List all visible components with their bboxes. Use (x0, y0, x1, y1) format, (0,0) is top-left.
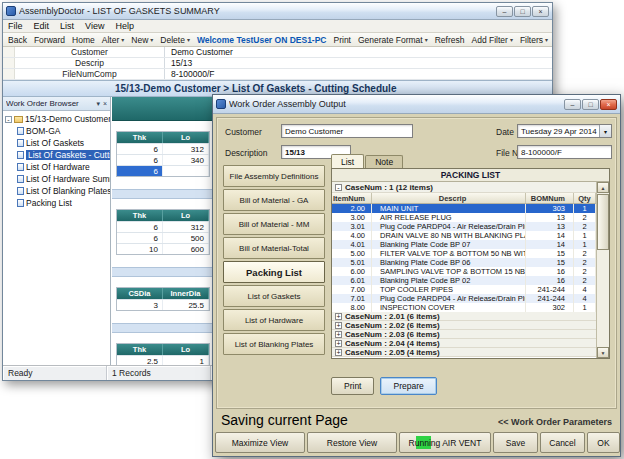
column-header-bomnum[interactable]: BOMNum (526, 193, 574, 203)
column-header-itemnum[interactable]: ItemNum (332, 193, 372, 203)
scroll-up-icon[interactable]: ▲ (597, 182, 609, 193)
grid-row[interactable]: 6500 (117, 232, 209, 243)
table-row[interactable]: 6.01Blanking Plate Code BP 02162 (332, 276, 596, 285)
toolbar-new[interactable]: New▾ (129, 35, 155, 45)
toolbar-add-filter[interactable]: Add Filter▾ (470, 35, 515, 45)
minimize-button[interactable]: – (496, 6, 513, 17)
grid-row[interactable]: 6312 (117, 143, 209, 154)
column-header-descrip[interactable]: Descrip (372, 193, 526, 203)
toolbar-welcome-testuser-on-des1-pc[interactable]: Welcome TestUser ON DES1-PC (195, 35, 329, 45)
grid-row[interactable]: 325.5 (117, 299, 209, 310)
nav-list-of-hardware[interactable]: List of Hardware (223, 309, 325, 331)
cell-descrip: Blanking Plate Code BP 02 (372, 276, 526, 285)
close-icon[interactable]: × (103, 100, 107, 107)
table-row[interactable]: 5.00FILTER VALVE TOP & BOTTOM 50 NB WITH… (332, 249, 596, 258)
table-row[interactable]: 5.01Blanking Plate Code BP 06152 (332, 258, 596, 267)
grid-row[interactable]: 2.51 (117, 355, 209, 365)
toolbar-filters[interactable]: Filters▾ (518, 35, 550, 45)
main-titlebar[interactable]: AssemblyDoctor - LIST OF GASKETS SUMMARY… (3, 3, 552, 20)
dialog-titlebar[interactable]: Work Order Assembly Output – □ × (213, 95, 620, 114)
nav-list-of-blanking-plates[interactable]: List of Blanking Plates (223, 333, 325, 355)
menu-item-view[interactable]: View (85, 21, 104, 31)
print-button[interactable]: Print (331, 377, 374, 395)
nav-packing-list[interactable]: Packing List (223, 261, 325, 283)
table-row[interactable]: 2.00MAIN UNIT3031 (332, 204, 596, 213)
tree-item-list-of-hardware[interactable]: List Of Hardware (5, 161, 110, 173)
group-row-collapsed[interactable]: +CaseNum : 2.05 (4 items) (332, 348, 596, 357)
work-order-parameters-link[interactable]: << Work Order Parameters (498, 417, 612, 427)
column-header-qty[interactable]: Qty (574, 193, 596, 203)
button-cancel[interactable]: Cancel (540, 432, 585, 453)
menu-item-list[interactable]: List (60, 21, 74, 31)
grid-row[interactable]: 6340 (117, 154, 209, 165)
expand-icon[interactable]: + (335, 322, 342, 329)
expand-icon[interactable]: + (335, 340, 342, 347)
toolbar-alter[interactable]: Alter▾ (100, 35, 127, 45)
expand-icon[interactable]: + (335, 349, 342, 356)
tree-item-list-of-blanking-plates-and-pl[interactable]: List Of Blanking Plates and Pl (5, 185, 110, 197)
tab-list[interactable]: List (331, 154, 364, 168)
nav-list-of-gaskets[interactable]: List of Gaskets (223, 285, 325, 307)
nav-bill-of-material-total[interactable]: Bill of Material-Total (223, 237, 325, 259)
table-row[interactable]: 7.01Plug Code PARDP04 - Air Release/Drai… (332, 294, 596, 303)
expand-icon[interactable]: + (335, 331, 342, 338)
table-row[interactable]: 7.00TOP COOLER PIPES241-2444 (332, 285, 596, 294)
table-row[interactable]: 3.00AIR RELEASE PLUG132 (332, 213, 596, 222)
tab-note[interactable]: Note (365, 155, 403, 168)
menu-item-edit[interactable]: Edit (34, 21, 50, 31)
table-row[interactable]: 4.01Blanking Plate Code BP 07141 (332, 240, 596, 249)
field-value-descrip[interactable]: 15/13 (165, 58, 552, 68)
table-row[interactable]: 4.00DRAIN VALVE 80 NB WITH BLANKING PLAT… (332, 231, 596, 240)
button-ok[interactable]: OK (587, 432, 620, 453)
toolbar-delete[interactable]: Delete▾ (158, 35, 192, 45)
tree-item-bom-ga[interactable]: BOM-GA (5, 125, 110, 137)
tree-item-list-of-hardware-summary[interactable]: List Of Hardware Summary (5, 173, 110, 185)
maximize-button[interactable]: □ (514, 6, 531, 17)
group-row-expanded[interactable]: - CaseNum : 1 (12 items) (332, 182, 596, 193)
date-combobox[interactable]: Tuesday 29 Apr 2014 ▾ (517, 124, 612, 138)
cell-descrip: Blanking Plate Code BP 06 (372, 258, 526, 267)
cell-itemnum: 5.00 (332, 249, 372, 258)
chevron-down-icon[interactable]: ▾ (96, 100, 100, 108)
close-button[interactable]: × (532, 6, 549, 17)
button-running-air-vent[interactable]: Running AIR VENT (399, 432, 491, 453)
field-value-customer[interactable]: Demo Customer (165, 47, 552, 57)
menu-bar: FileEditListViewHelp (3, 20, 552, 33)
tree-item-list-of-gaskets-cutting-sch[interactable]: List Of Gaskets - Cutting Sch (5, 149, 110, 161)
maximize-button[interactable]: □ (582, 99, 599, 110)
nav-bill-of-material-ga[interactable]: Bill of Material - GA (223, 189, 325, 211)
nav-file-assembly-definitions[interactable]: File Assembly Definitions (223, 165, 325, 187)
toolbar-generate-format[interactable]: Generate Format▾ (356, 35, 430, 45)
toolbar-home[interactable]: Home (70, 35, 97, 45)
tree-item-list-of-gaskets[interactable]: List Of Gaskets (5, 137, 110, 149)
tree-root[interactable]: -15/13-Demo Customer (5, 113, 110, 125)
grid-row[interactable]: 10600 (117, 243, 209, 254)
nav-bill-of-material-mm[interactable]: Bill of Material - MM (223, 213, 325, 235)
button-save[interactable]: Save (493, 432, 538, 453)
button-maximize-view[interactable]: Maximize View (215, 432, 305, 453)
field-value-filenumcomp[interactable]: 8-100000/F (165, 69, 552, 79)
vertical-scrollbar[interactable]: ▲ ▼ (596, 182, 609, 358)
toolbar-forward[interactable]: Forward (32, 35, 67, 45)
menu-item-file[interactable]: File (8, 21, 23, 31)
collapse-icon[interactable]: - (335, 184, 342, 191)
customer-field[interactable]: Demo Customer (281, 124, 413, 138)
table-row[interactable]: 3.01Plug Code PARDP04 - Air Release/Drai… (332, 222, 596, 231)
close-button[interactable]: × (600, 99, 617, 110)
grid-row[interactable]: 6 (117, 165, 209, 176)
chevron-down-icon[interactable]: ▾ (599, 125, 611, 137)
toolbar-refresh[interactable]: Refresh (433, 35, 467, 45)
toolbar-print[interactable]: Print (332, 35, 353, 45)
grid-row[interactable]: 6312 (117, 221, 209, 232)
scrollbar-thumb[interactable] (597, 194, 609, 250)
toolbar-back[interactable]: Back (6, 35, 29, 45)
prepare-button[interactable]: Prepare (380, 377, 436, 395)
menu-item-help[interactable]: Help (115, 21, 134, 31)
scroll-down-icon[interactable]: ▼ (597, 347, 609, 358)
table-row[interactable]: 6.00SAMPLING VALVE TOP & BOTTOM 15 NB WI… (332, 267, 596, 276)
tree-item-packing-list[interactable]: Packing List (5, 197, 110, 209)
button-restore-view[interactable]: Restore View (307, 432, 397, 453)
file-no-field[interactable]: 8-100000/F (517, 145, 612, 159)
expand-icon[interactable]: + (335, 313, 342, 320)
minimize-button[interactable]: – (564, 99, 581, 110)
